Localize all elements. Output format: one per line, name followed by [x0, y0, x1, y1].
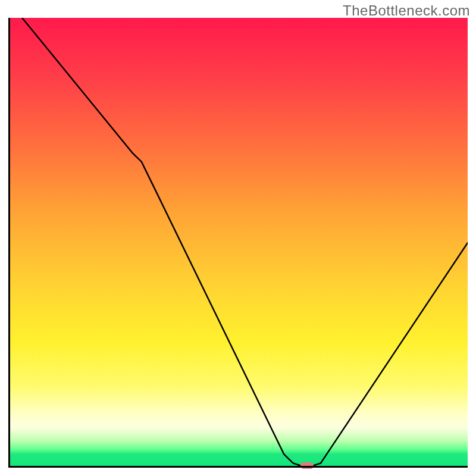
plot-area: [8, 18, 468, 468]
y-axis: [8, 18, 10, 468]
x-axis: [8, 466, 468, 468]
watermark-text: TheBottleneck.com: [343, 2, 470, 19]
chart-stage: TheBottleneck.com: [0, 0, 476, 476]
bottleneck-line: [8, 18, 468, 468]
bottleneck-path: [22, 18, 468, 468]
